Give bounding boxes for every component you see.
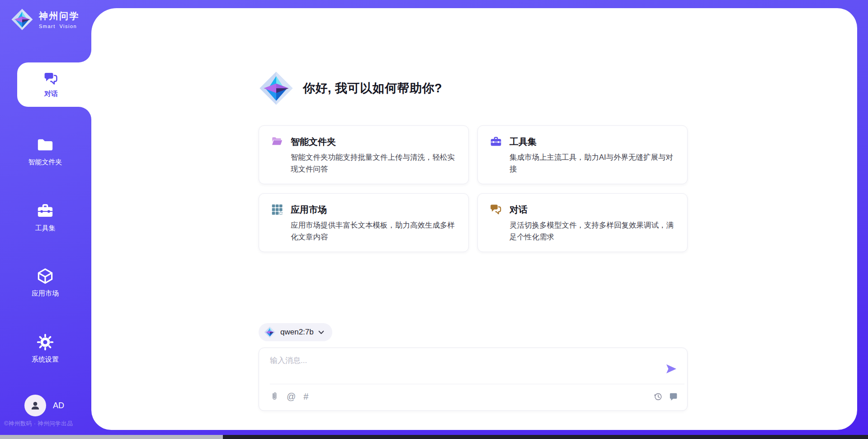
model-name: qwen2:7b xyxy=(280,328,314,337)
at-sign-icon[interactable]: @ xyxy=(287,392,296,401)
diamond-logo-icon xyxy=(259,71,294,106)
person-icon xyxy=(29,400,41,411)
card-title: 应用市场 xyxy=(291,204,327,216)
card-description: 智能文件夹功能支持批量文件上传与清洗，轻松实现文件问答 xyxy=(291,151,458,175)
send-icon[interactable] xyxy=(665,363,677,375)
card-title: 工具集 xyxy=(509,136,537,148)
brand-subtitle: Smart Vision xyxy=(39,24,80,29)
sidebar-item-label: 工具集 xyxy=(35,224,56,233)
card-toolset[interactable]: 工具集 集成市场上主流工具，助力AI与外界无缝扩展与对接 xyxy=(477,125,688,184)
sidebar: 神州问学 Smart Vision 对话 智能文件夹 工具集 xyxy=(0,0,91,439)
user-label: AD xyxy=(53,401,64,410)
user-account[interactable]: AD xyxy=(24,395,64,416)
composer-divider xyxy=(270,384,684,384)
horizontal-scrollbar xyxy=(0,435,868,439)
message-composer: @ # xyxy=(259,348,688,411)
chat-icon xyxy=(43,71,59,86)
app-root: 神州问学 Smart Vision 对话 智能文件夹 工具集 xyxy=(0,0,868,439)
brand-name: 神州问学 xyxy=(39,10,80,22)
sidebar-item-app-market[interactable]: 应用市场 xyxy=(0,267,90,298)
card-description: 应用市场提供丰富长文本模板，助力高效生成多样化文章内容 xyxy=(291,219,458,243)
composer-right-tools xyxy=(653,392,678,401)
chevron-down-icon xyxy=(318,330,324,334)
folder-icon xyxy=(36,136,54,154)
sidebar-item-smart-folder[interactable]: 智能文件夹 xyxy=(0,136,90,167)
chat-icon xyxy=(490,203,502,216)
history-icon[interactable] xyxy=(653,392,663,401)
folder-open-icon xyxy=(271,135,283,148)
sidebar-item-label: 对话 xyxy=(44,90,58,98)
sidebar-item-label: 应用市场 xyxy=(32,289,59,298)
greeting-title: 你好, 我可以如何帮助你? xyxy=(303,80,442,96)
copyright-text: ©神州数码 · 神州问学出品 xyxy=(4,420,73,428)
sidebar-item-settings[interactable]: 系统设置 xyxy=(0,333,90,364)
sidebar-item-label: 智能文件夹 xyxy=(28,158,62,167)
hash-icon[interactable]: # xyxy=(303,392,308,401)
cube-icon xyxy=(36,267,54,285)
card-description: 灵活切换多模型文件，支持多样回复效果调试，满足个性化需求 xyxy=(509,219,677,243)
feature-cards: 智能文件夹 智能文件夹功能支持批量文件上传与清洗，轻松实现文件问答 工具集 集成… xyxy=(259,125,688,252)
toolbox-icon xyxy=(36,202,54,220)
model-selector[interactable]: qwen2:7b xyxy=(259,323,332,341)
card-title: 对话 xyxy=(509,204,528,216)
app-grid-icon xyxy=(271,203,283,216)
horizontal-scrollbar-thumb[interactable] xyxy=(0,435,223,439)
toolbox-icon xyxy=(490,135,502,148)
sidebar-item-chat[interactable]: 对话 xyxy=(17,62,85,107)
diamond-logo-icon xyxy=(264,326,276,338)
composer-toolbar: @ # xyxy=(270,391,308,401)
avatar xyxy=(24,395,46,416)
message-input[interactable] xyxy=(270,355,659,381)
card-chat[interactable]: 对话 灵活切换多模型文件，支持多样回复效果调试，满足个性化需求 xyxy=(477,193,688,252)
diamond-logo-icon xyxy=(11,8,33,31)
greeting: 你好, 我可以如何帮助你? xyxy=(259,71,442,106)
gear-icon xyxy=(36,333,54,351)
card-smart-folder[interactable]: 智能文件夹 智能文件夹功能支持批量文件上传与清洗，轻松实现文件问答 xyxy=(259,125,469,184)
sidebar-item-toolset[interactable]: 工具集 xyxy=(0,202,90,233)
card-app-market[interactable]: 应用市场 应用市场提供丰富长文本模板，助力高效生成多样化文章内容 xyxy=(259,193,469,252)
card-title: 智能文件夹 xyxy=(291,136,336,148)
card-description: 集成市场上主流工具，助力AI与外界无缝扩展与对接 xyxy=(509,151,677,175)
brand: 神州问学 Smart Vision xyxy=(11,8,80,31)
paperclip-icon[interactable] xyxy=(270,391,279,401)
sidebar-item-label: 系统设置 xyxy=(32,355,59,364)
feedback-chat-icon[interactable] xyxy=(669,392,678,401)
